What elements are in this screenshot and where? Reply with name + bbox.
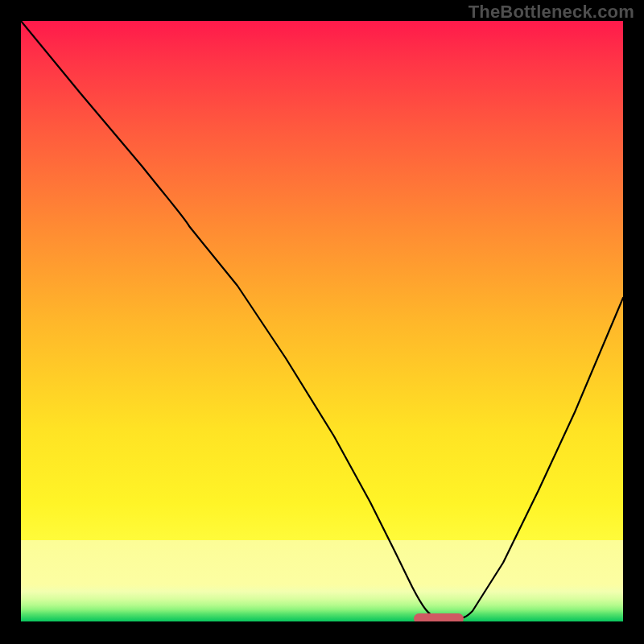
chart-baseline: [21, 621, 623, 623]
watermark-text: TheBottleneck.com: [469, 2, 634, 23]
bottleneck-curve: [21, 21, 623, 620]
chart-frame: TheBottleneck.com: [0, 0, 644, 644]
chart-curve-layer: [21, 21, 623, 623]
